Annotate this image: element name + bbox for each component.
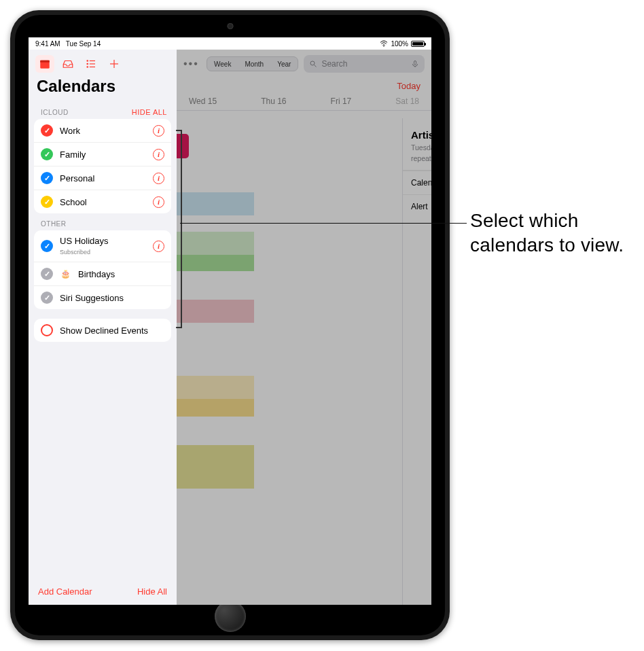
search-icon [309,60,317,68]
inbox-icon[interactable] [58,55,77,73]
info-icon[interactable]: i [153,149,164,160]
calendar-row-holidays[interactable]: US Holidays Subscribed i [34,230,171,262]
tab-week[interactable]: Week [207,57,238,71]
show-declined-row[interactable]: Show Declined Events [34,319,171,342]
svg-point-3 [87,60,88,62]
other-calendar-list: US Holidays Subscribed i 🎂 Birthdays Sir… [34,230,171,309]
calendar-row-work[interactable]: Work i [34,119,171,142]
checkbox-icon[interactable] [41,292,53,304]
show-declined-label: Show Declined Events [60,326,164,336]
cake-icon: 🎂 [60,269,71,279]
day-wed[interactable]: Wed 15 [189,96,217,106]
event-repeats: repeats weekly [411,154,431,162]
event-detail: Edit Artist workshop kickoff! Tuesday, S… [402,118,431,605]
calendar-label: US Holidays Subscribed [60,236,146,256]
svg-rect-13 [414,61,416,65]
view-segmented-control[interactable]: Week Month Year [207,56,298,71]
status-bar: 9:41 AM Tue Sep 14 100% [29,37,431,50]
sidebar: Calendars ICLOUD HIDE ALL Work i Family … [29,50,177,605]
calendar-row-family[interactable]: Family i [34,142,171,166]
checkbox-icon[interactable] [41,172,53,184]
day-header: Wed 15 Thu 16 Fri 17 Sat 18 [177,96,431,106]
checkbox-icon[interactable] [41,196,53,208]
ipad-device-frame: 9:41 AM Tue Sep 14 100% Calendars [10,10,450,640]
day-thu[interactable]: Thu 16 [261,96,286,106]
callout-bracket [176,127,183,331]
checkbox-icon[interactable] [41,148,53,160]
mic-icon[interactable] [411,60,419,68]
home-button[interactable] [215,601,246,632]
svg-point-0 [384,46,385,47]
callout-line [180,223,467,224]
section-other-header: OTHER [41,220,67,228]
today-button[interactable]: Today [177,78,431,96]
add-calendar-button[interactable]: Add Calendar [38,586,92,597]
status-time: 9:41 AM [35,40,60,48]
svg-point-7 [87,67,88,68]
day-fri[interactable]: Fri 17 [331,96,352,106]
svg-point-11 [310,61,315,65]
info-icon[interactable]: i [153,196,164,208]
add-icon[interactable] [105,55,124,73]
search-placeholder: Search [321,59,347,69]
checkbox-icon[interactable] [41,324,53,336]
battery-icon [411,41,425,47]
screen: 9:41 AM Tue Sep 14 100% Calendars [29,37,431,605]
more-icon[interactable]: ••• [183,57,201,71]
delete-event-button[interactable]: Delete Event [403,585,431,605]
calendar-grid [177,131,254,593]
calendar-label: Work [60,126,146,136]
event-calendar-row[interactable]: Calendar Work › [403,171,431,194]
calendar-label: Siri Suggestions [60,293,164,303]
list-icon[interactable] [82,55,101,73]
tab-month[interactable]: Month [238,57,270,71]
declined-events-list: Show Declined Events [34,319,171,342]
tab-year[interactable]: Year [270,57,298,71]
hide-all-button[interactable]: Hide All [137,586,167,597]
checkbox-icon[interactable] [41,240,53,252]
search-input[interactable]: Search [304,55,425,73]
hide-all-icloud[interactable]: HIDE ALL [132,108,167,116]
svg-rect-2 [40,60,50,63]
callout-text: Select whichcalendars to view. [470,209,624,258]
checkbox-icon[interactable] [41,268,53,280]
svg-point-5 [87,63,88,65]
section-icloud-header: ICLOUD [41,109,69,116]
status-date: Tue Sep 14 [66,40,101,48]
calendar-row-school[interactable]: School i [34,190,171,213]
calendar-label: School [60,197,146,207]
calendar-label: Personal [60,173,146,183]
calendar-row-personal[interactable]: Personal i [34,166,171,190]
calendar-row-siri[interactable]: Siri Suggestions [34,285,171,309]
calendar-row-birthdays[interactable]: 🎂 Birthdays [34,262,171,285]
info-icon[interactable]: i [153,125,164,137]
calendar-icon[interactable] [35,55,54,73]
svg-line-12 [315,65,317,67]
info-icon[interactable]: i [153,241,164,252]
wifi-icon [380,40,388,47]
calendar-label: Family [60,149,146,160]
calendar-label: Birthdays [78,269,164,279]
battery-pct: 100% [391,40,408,48]
row-key: Calendar [411,178,431,188]
event-date: Tuesday, Sep 14, 2021 [411,143,431,152]
info-icon[interactable]: i [153,173,164,184]
front-camera [227,23,233,29]
sidebar-footer: Add Calendar Hide All [29,578,177,605]
checkbox-icon[interactable] [41,124,53,137]
page-title: Calendars [29,74,177,101]
event-alert-row[interactable]: Alert None › [403,194,431,218]
event-title: Artist workshop kickoff! [403,118,431,142]
main-content: ••• Week Month Year Search Today Wed 15 [177,50,431,605]
day-sat[interactable]: Sat 18 [395,96,419,106]
icloud-calendar-list: Work i Family i Personal i [34,119,171,213]
row-key: Alert [411,202,428,211]
